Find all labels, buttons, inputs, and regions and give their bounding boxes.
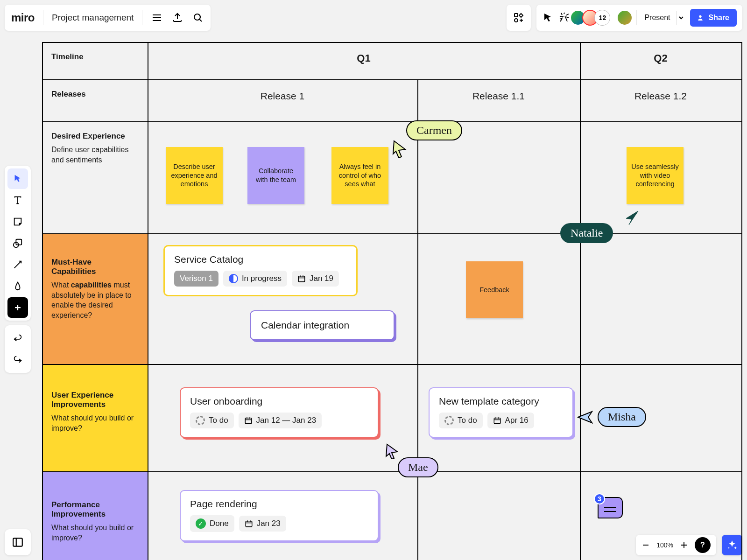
panels-button[interactable] (5, 529, 31, 555)
avatar-overflow-count[interactable]: 12 (594, 10, 610, 26)
svg-point-0 (194, 14, 200, 20)
svg-rect-7 (298, 276, 305, 282)
row-label-ux-sub: What should you build or improve? (51, 413, 138, 433)
col-q2: Q2 (580, 42, 741, 64)
cursor-pointer-icon (623, 210, 639, 226)
comment-thread[interactable]: 3 (598, 497, 623, 518)
col-release1: Release 1 (148, 79, 417, 102)
card-date[interactable]: Jan 23 (239, 516, 286, 532)
share-button[interactable]: Share (690, 9, 737, 27)
svg-rect-9 (494, 418, 500, 424)
status-done-icon: ✓ (196, 518, 206, 529)
card-title: User onboarding (190, 396, 368, 407)
card-title: New template category (439, 396, 563, 407)
select-tool[interactable] (7, 168, 28, 189)
card-date[interactable]: Apr 16 (487, 413, 534, 428)
row-label-perf-title: Performance Improvements (51, 500, 138, 519)
search-icon[interactable] (192, 12, 204, 24)
col-release11: Release 1.1 (417, 79, 580, 102)
row-label-desired-title: Desired Experience (51, 132, 138, 141)
avatar-self[interactable] (617, 10, 633, 26)
row-label-desired-sub: Define user capabilities and sentiments (51, 145, 138, 165)
divider (43, 10, 43, 25)
present-dropdown[interactable] (676, 11, 686, 25)
row-label-releases: Releases (51, 90, 138, 99)
cursor-label-natalie: Natalie (560, 223, 613, 243)
sticky-note[interactable]: Collaborate with the team (247, 147, 304, 204)
status-todo-icon (196, 416, 205, 425)
cursor-pointer-icon (577, 411, 593, 425)
collaboration-group: 12 Present Share (536, 5, 742, 31)
reactions-icon[interactable] (558, 12, 570, 24)
app-logo[interactable]: miro (11, 11, 35, 24)
sticky-note[interactable]: Feedback (466, 261, 523, 318)
sticky-note[interactable]: Use seamlessly with video conferencing (627, 147, 684, 204)
card-user-onboarding[interactable]: User onboarding To do Jan 12 — Jan 23 (180, 387, 379, 438)
board-title[interactable]: Project management (52, 13, 134, 23)
card-title: Service Catalog (174, 254, 347, 265)
pen-tool[interactable] (7, 276, 28, 296)
row-label-must-sub: What capabilities must absolutely be in … (51, 280, 138, 320)
tool-stack-main (5, 166, 31, 321)
cursor-label-misha: Misha (598, 407, 646, 427)
card-status[interactable]: To do (190, 413, 234, 428)
svg-rect-8 (245, 418, 252, 424)
card-tag[interactable]: Verison 1 (174, 271, 218, 287)
present-label: Present (644, 14, 670, 22)
status-half-icon (229, 274, 238, 283)
redo-button[interactable] (7, 350, 28, 370)
status-todo-icon (444, 416, 454, 425)
card-status[interactable]: To do (439, 413, 483, 428)
line-tool[interactable] (7, 254, 28, 275)
card-new-template[interactable]: New template category To do Apr 16 (429, 387, 573, 438)
sticky-tool[interactable] (7, 211, 28, 232)
svg-rect-10 (246, 521, 252, 527)
card-status[interactable]: ✓Done (190, 515, 234, 532)
export-icon[interactable] (171, 12, 183, 24)
collaborator-avatars[interactable]: 12 (574, 10, 610, 26)
canvas[interactable]: Timeline Q1 Q2 Releases Release 1 Releas… (37, 37, 747, 560)
undo-button[interactable] (7, 328, 28, 349)
card-page-rendering[interactable]: Page rendering ✓Done Jan 23 (180, 490, 379, 541)
sticky-note[interactable]: Always feel in control of who sees what (331, 147, 388, 204)
sticky-note[interactable]: Describe user experience and emotions (166, 147, 223, 204)
card-date[interactable]: Jan 19 (292, 271, 339, 287)
cursor-pointer-icon (392, 140, 407, 158)
row-label-timeline: Timeline (51, 52, 138, 62)
share-label: Share (709, 14, 729, 22)
present-button[interactable]: Present (641, 14, 672, 22)
row-label-must-title: Must-Have Capabilities (51, 258, 138, 276)
col-release12: Release 1.2 (580, 79, 741, 102)
cursor-mode-icon[interactable] (542, 12, 554, 24)
comment-lines-icon (604, 507, 616, 508)
divider (636, 10, 637, 25)
svg-rect-1 (514, 14, 518, 17)
comment-count-badge: 3 (594, 493, 605, 504)
svg-rect-6 (13, 538, 22, 546)
row-label-perf-sub: What should you build or improve? (51, 523, 138, 543)
card-date[interactable]: Jan 12 — Jan 23 (239, 413, 322, 428)
card-status[interactable]: In progress (223, 271, 287, 287)
card-title: Page rendering (190, 498, 368, 510)
text-tool[interactable] (7, 190, 28, 210)
cursor-label-mae: Mae (398, 457, 438, 477)
left-toolbar (5, 166, 31, 373)
more-tools[interactable] (7, 297, 28, 318)
col-q1: Q1 (148, 42, 580, 64)
card-calendar-integration[interactable]: Calendar integration (250, 310, 395, 340)
top-bar: miro Project management 12 (5, 5, 742, 31)
tool-stack-history (5, 325, 31, 373)
apps-button[interactable] (507, 5, 531, 31)
shape-tool[interactable] (7, 233, 28, 253)
topbar-left-group: miro Project management (5, 5, 211, 31)
cursor-pointer-icon (385, 443, 399, 459)
card-service-catalog[interactable]: Service Catalog Verison 1 In progress Ja… (163, 245, 358, 296)
topbar-right-group: 12 Present Share (507, 5, 742, 31)
hamburger-icon[interactable] (151, 12, 163, 24)
svg-point-2 (514, 19, 518, 22)
row-label-ux-title: User Experience Improvements (51, 391, 138, 409)
svg-point-3 (699, 15, 701, 18)
roadmap-board[interactable]: Timeline Q1 Q2 Releases Release 1 Releas… (42, 42, 742, 560)
cursor-label-carmen: Carmen (406, 120, 462, 140)
divider (142, 10, 142, 25)
